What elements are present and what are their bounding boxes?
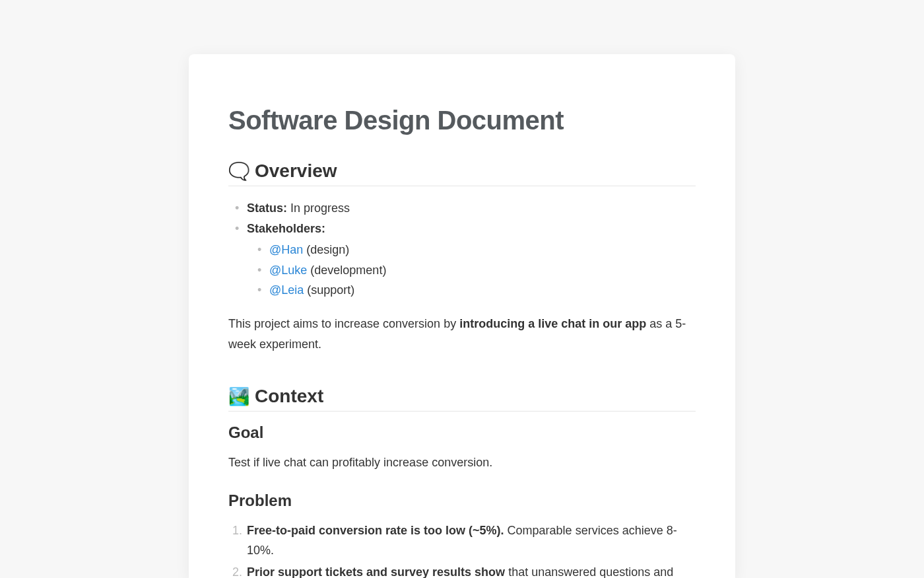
overview-meta-list: Status: In progress Stakeholders: @Han (… xyxy=(228,198,696,301)
context-heading: 🏞️ Context xyxy=(228,386,696,412)
overview-heading-text: Overview xyxy=(255,161,337,182)
stakeholders-label: Stakeholders: xyxy=(247,222,325,235)
overview-summary: This project aims to increase conversion… xyxy=(228,314,696,354)
document-card: Software Design Document 🗨️ Overview Sta… xyxy=(189,54,735,578)
stakeholder-item: @Luke (development) xyxy=(263,260,696,281)
stakeholders-list: @Han (design) @Luke (development) @Leia … xyxy=(247,240,696,301)
goal-text: Test if live chat can profitably increas… xyxy=(228,452,696,473)
context-heading-text: Context xyxy=(255,386,323,407)
summary-text-bold: introducing a live chat in our app xyxy=(459,317,646,330)
mention-luke[interactable]: @Luke xyxy=(269,264,307,277)
document-title: Software Design Document xyxy=(228,106,696,135)
stakeholders-item: Stakeholders: @Han (design) @Luke (devel… xyxy=(240,219,696,301)
status-label: Status: xyxy=(247,201,287,215)
stakeholder-role: (support) xyxy=(304,283,354,297)
landscape-icon: 🏞️ xyxy=(228,386,249,407)
summary-text-before: This project aims to increase conversion… xyxy=(228,317,459,330)
problem-list: Free-to-paid conversion rate is too low … xyxy=(228,521,696,578)
problem-item: Free-to-paid conversion rate is too low … xyxy=(244,521,696,561)
stakeholder-item: @Leia (support) xyxy=(263,280,696,301)
stakeholder-item: @Han (design) xyxy=(263,240,696,260)
status-item: Status: In progress xyxy=(240,198,696,219)
context-section: 🏞️ Context Goal Test if live chat can pr… xyxy=(228,386,696,578)
problem-bold: Prior support tickets and survey results… xyxy=(247,565,505,578)
stakeholder-role: (development) xyxy=(307,264,386,277)
speech-bubble-icon: 🗨️ xyxy=(228,161,249,182)
stakeholder-role: (design) xyxy=(303,243,349,256)
mention-han[interactable]: @Han xyxy=(269,243,303,256)
mention-leia[interactable]: @Leia xyxy=(269,283,304,297)
overview-heading: 🗨️ Overview xyxy=(228,161,696,186)
problem-subheading: Problem xyxy=(228,491,696,510)
problem-item: Prior support tickets and survey results… xyxy=(244,562,696,578)
problem-bold: Free-to-paid conversion rate is too low … xyxy=(247,524,504,537)
status-value: In progress xyxy=(287,201,350,215)
goal-subheading: Goal xyxy=(228,423,696,442)
